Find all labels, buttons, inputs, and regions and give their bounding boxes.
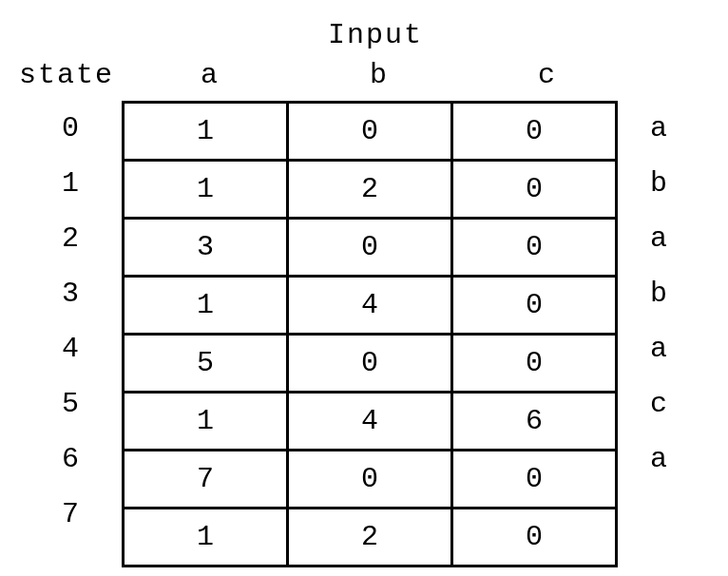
cell: 2 [288, 509, 452, 566]
state-row-label: 6 [19, 432, 122, 487]
cell: 3 [124, 219, 288, 277]
cell: 2 [288, 161, 452, 219]
table-row: 3 0 0 [124, 219, 617, 277]
state-row-label: 3 [19, 266, 122, 321]
right-row-label: b [635, 156, 682, 211]
column-header-a: a [195, 59, 223, 91]
cell: 1 [124, 161, 288, 219]
cell: 0 [288, 219, 452, 277]
right-row-label: c [635, 376, 682, 432]
cell: 0 [452, 335, 617, 393]
state-row-label: 1 [19, 156, 122, 211]
table-row: 1 4 6 [124, 393, 617, 451]
cell: 7 [124, 451, 288, 509]
right-row-label: a [635, 211, 682, 266]
table-row: 1 2 0 [124, 161, 617, 219]
table-row: 1 0 0 [124, 103, 617, 161]
transition-table-wrap: 0 1 2 3 4 5 6 7 1 0 0 1 2 0 3 0 0 [19, 101, 682, 567]
right-row-label: a [635, 101, 682, 156]
table-row: 1 2 0 [124, 509, 617, 566]
cell: 5 [124, 335, 288, 393]
cell: 1 [124, 103, 288, 161]
cell: 0 [288, 335, 452, 393]
cell: 4 [288, 393, 452, 451]
column-header-c: c [532, 59, 561, 91]
state-column: 0 1 2 3 4 5 6 7 [19, 101, 122, 542]
cell: 6 [452, 393, 617, 451]
cell: 0 [288, 103, 452, 161]
right-row-label: a [635, 321, 682, 376]
column-header-b: b [364, 59, 393, 91]
right-row-label [635, 487, 682, 542]
state-row-label: 5 [19, 376, 122, 432]
cell: 1 [124, 393, 288, 451]
state-row-label: 0 [19, 101, 122, 156]
transition-table: 1 0 0 1 2 0 3 0 0 1 4 0 5 0 0 [122, 101, 618, 567]
cell: 0 [288, 451, 452, 509]
input-label: Input [328, 19, 423, 51]
state-row-label: 7 [19, 487, 122, 542]
right-row-label: b [635, 266, 682, 321]
cell: 0 [452, 451, 617, 509]
table-row: 1 4 0 [124, 277, 617, 335]
state-label: state [19, 59, 114, 91]
table-row: 7 0 0 [124, 451, 617, 509]
cell: 0 [452, 219, 617, 277]
cell: 0 [452, 509, 617, 566]
table-row: 5 0 0 [124, 335, 617, 393]
cell: 1 [124, 509, 288, 566]
cell: 4 [288, 277, 452, 335]
state-row-label: 2 [19, 211, 122, 266]
cell: 0 [452, 103, 617, 161]
right-row-label: a [635, 432, 682, 487]
state-row-label: 4 [19, 321, 122, 376]
right-label-column: a b a b a c a [635, 101, 682, 542]
cell: 0 [452, 277, 617, 335]
cell: 1 [124, 277, 288, 335]
cell: 0 [452, 161, 617, 219]
